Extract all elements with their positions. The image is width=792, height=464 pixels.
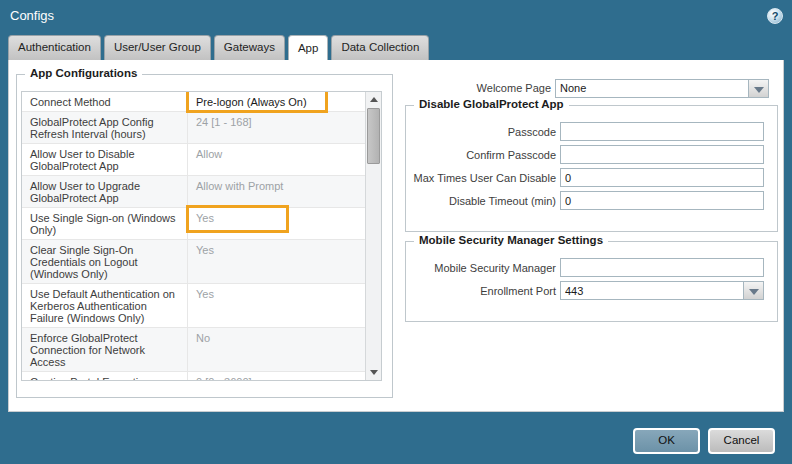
table-row: Clear Single Sign-On Credentials on Logo… <box>22 240 365 284</box>
enrollment-port-input[interactable] <box>560 281 743 300</box>
welcome-page-value[interactable] <box>555 79 748 98</box>
setting-value[interactable]: 0 [0 - 3600] <box>188 372 365 381</box>
annotation-highlight-box <box>186 91 328 113</box>
msm-settings-fieldset: Mobile Security Manager Settings Mobile … <box>405 241 778 322</box>
disable-globalprotect-legend: Disable GlobalProtect App <box>414 98 569 110</box>
mobile-security-manager-input[interactable] <box>560 258 764 277</box>
setting-label: Connect Method <box>22 92 188 111</box>
setting-label: GlobalProtect App Config Refresh Interva… <box>22 112 188 143</box>
disable-globalprotect-fieldset: Disable GlobalProtect App Passcode Confi… <box>405 105 778 232</box>
setting-label: Enforce GlobalProtect Connection for Net… <box>22 328 188 371</box>
setting-label: Use Single Sign-on (Windows Only) <box>22 208 188 239</box>
welcome-page-dropdown <box>555 79 769 98</box>
tab-app[interactable]: App <box>288 35 328 61</box>
chevron-down-icon <box>749 289 759 295</box>
table-scrollbar[interactable] <box>365 92 381 380</box>
disable-timeout-min--input[interactable] <box>560 191 764 210</box>
tab-strip: Authentication User/User Group Gateways … <box>8 35 429 60</box>
annotation-highlight-box <box>186 205 289 233</box>
field-label: Mobile Security Manager <box>406 262 560 274</box>
dialog-title: Configs <box>10 8 54 23</box>
welcome-page-dropdown-button[interactable] <box>748 79 769 98</box>
dropdown-button[interactable] <box>743 281 764 300</box>
field-label: Max Times User Can Disable <box>406 172 560 184</box>
setting-value[interactable]: Yes <box>188 284 365 327</box>
tab-data-collection[interactable]: Data Collection <box>331 35 429 60</box>
form-row: Max Times User Can Disable <box>406 168 769 187</box>
app-config-table: Connect Method Pre-logon (Always On) Glo… <box>21 91 382 381</box>
tab-authentication[interactable]: Authentication <box>8 35 101 60</box>
field-label: Enrollment Port <box>406 285 560 297</box>
app-configurations-fieldset: App Configurations Connect Method Pre-lo… <box>16 74 393 398</box>
cancel-button[interactable]: Cancel <box>708 428 775 454</box>
table-row: Captive Portal Exception Timeout (sec) 0… <box>22 372 365 381</box>
setting-value[interactable]: 24 [1 - 168] <box>188 112 365 143</box>
scroll-up-icon[interactable] <box>366 92 381 107</box>
dialog-content: App Configurations Connect Method Pre-lo… <box>8 60 784 412</box>
tab-user-user-group[interactable]: User/User Group <box>104 35 211 60</box>
tab-gateways[interactable]: Gateways <box>214 35 285 60</box>
welcome-page-label: Welcome Page <box>405 82 555 94</box>
form-row: Mobile Security Manager <box>406 258 769 277</box>
app-configurations-legend: App Configurations <box>25 67 142 79</box>
welcome-page-row: Welcome Page <box>405 78 777 98</box>
table-row: Enforce GlobalProtect Connection for Net… <box>22 328 365 372</box>
setting-label: Allow User to Disable GlobalProtect App <box>22 144 188 175</box>
field-label: Confirm Passcode <box>406 149 560 161</box>
table-row: Use Single Sign-on (Windows Only) Yes <box>22 208 365 240</box>
ok-button[interactable]: OK <box>633 428 700 454</box>
scrollbar-thumb[interactable] <box>367 108 380 164</box>
table-row: GlobalProtect App Config Refresh Interva… <box>22 112 365 144</box>
table-row: Allow User to Disable GlobalProtect App … <box>22 144 365 176</box>
setting-label: Allow User to Upgrade GlobalProtect App <box>22 176 188 207</box>
setting-value[interactable]: Allow <box>188 144 365 175</box>
passcode-input[interactable] <box>560 122 764 141</box>
setting-value[interactable]: Yes <box>188 208 365 239</box>
confirm-passcode-input[interactable] <box>560 145 764 164</box>
disable-globalprotect-fields: Passcode Confirm Passcode Max Times User… <box>406 122 777 210</box>
setting-value[interactable]: Yes <box>188 240 365 283</box>
setting-value[interactable]: No <box>188 328 365 371</box>
max-times-user-can-disable-input[interactable] <box>560 168 764 187</box>
dropdown <box>560 281 764 300</box>
form-row: Disable Timeout (min) <box>406 191 769 210</box>
dialog-titlebar: Configs ? <box>0 0 792 35</box>
table-row: Use Default Authentication on Kerberos A… <box>22 284 365 328</box>
setting-label: Use Default Authentication on Kerberos A… <box>22 284 188 327</box>
msm-settings-legend: Mobile Security Manager Settings <box>414 234 608 246</box>
chevron-down-icon <box>754 87 764 93</box>
field-label: Disable Timeout (min) <box>406 195 560 207</box>
table-row: Connect Method Pre-logon (Always On) <box>22 92 365 112</box>
setting-label: Clear Single Sign-On Credentials on Logo… <box>22 240 188 283</box>
table-row: Allow User to Upgrade GlobalProtect App … <box>22 176 365 208</box>
setting-value[interactable]: Pre-logon (Always On) <box>188 92 365 111</box>
msm-settings-fields: Mobile Security Manager Enrollment Port <box>406 258 777 300</box>
setting-label: Captive Portal Exception Timeout (sec) <box>22 372 188 381</box>
form-row: Enrollment Port <box>406 281 769 300</box>
app-config-rows: Connect Method Pre-logon (Always On) Glo… <box>22 92 365 381</box>
field-label: Passcode <box>406 126 560 138</box>
scroll-down-icon[interactable] <box>366 365 381 380</box>
form-row: Confirm Passcode <box>406 145 769 164</box>
form-row: Passcode <box>406 122 769 141</box>
help-icon[interactable]: ? <box>767 8 783 24</box>
setting-value[interactable]: Allow with Prompt <box>188 176 365 207</box>
